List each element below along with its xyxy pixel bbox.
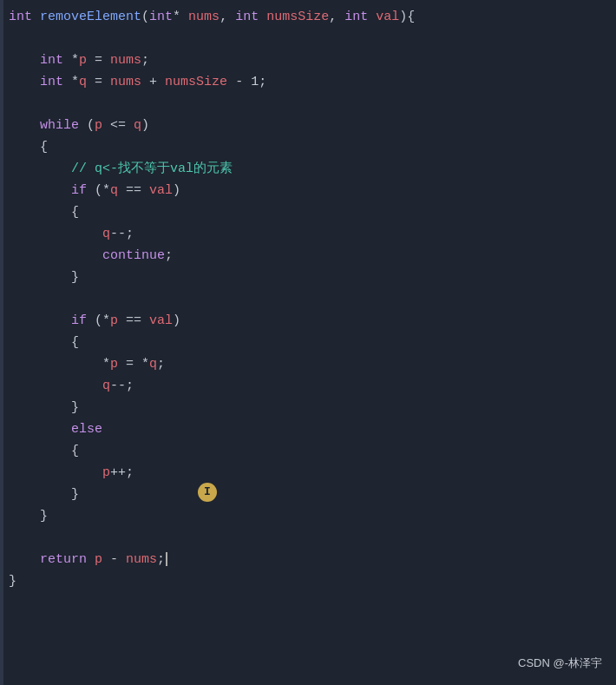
- line-content-6: while (p <= q): [9, 115, 616, 136]
- code-line-19: }: [0, 398, 616, 419]
- code-line-25: [0, 528, 616, 550]
- code-line-27: }: [0, 571, 616, 593]
- code-line-8: // q<-找不等于val的元素: [0, 159, 616, 181]
- code-line-17: *p = *q;: [0, 354, 616, 376]
- line-content-4: int *q = nums + numsSize - 1;: [9, 72, 616, 93]
- line-content-17: *p = *q;: [9, 354, 616, 375]
- line-content-24: }: [9, 506, 616, 527]
- code-line-12: continue;: [0, 246, 616, 267]
- code-line-16: {: [0, 333, 616, 354]
- line-content-5: [9, 94, 616, 115]
- code-line-5: [0, 94, 616, 115]
- line-content-26: return p - nums;: [9, 550, 616, 570]
- code-line-1: int removeElement(int* nums, int numsSiz…: [0, 7, 616, 29]
- line-content-19: }: [9, 398, 616, 418]
- line-content-9: if (*q == val): [9, 181, 616, 201]
- line-content-13: }: [9, 267, 616, 288]
- line-content-12: continue;: [9, 246, 616, 267]
- line-content-8: // q<-找不等于val的元素: [9, 159, 616, 180]
- line-content-3: int *p = nums;: [9, 50, 616, 71]
- code-line-7: {: [0, 137, 616, 159]
- line-content-25: [9, 528, 616, 549]
- code-line-24: }: [0, 506, 616, 528]
- text-cursor-icon: I: [198, 483, 217, 502]
- text-cursor: [166, 552, 167, 566]
- code-line-9: if (*q == val): [0, 181, 616, 202]
- code-line-15: if (*p == val): [0, 311, 616, 333]
- line-content-22: p++;: [9, 463, 616, 484]
- line-content-10: {: [9, 202, 616, 223]
- watermark: CSDN @-林泽宇: [518, 655, 602, 673]
- line-content-7: {: [9, 137, 616, 158]
- code-line-18: q--;: [0, 376, 616, 398]
- code-line-20: else: [0, 419, 616, 441]
- line-content-18: q--;: [9, 376, 616, 397]
- code-line-22: p++;: [0, 463, 616, 484]
- line-content-20: else: [9, 419, 616, 440]
- line-content-21: {: [9, 441, 616, 462]
- code-line-23: }: [0, 484, 616, 506]
- line-content-27: }: [9, 571, 616, 592]
- line-content-14: [9, 289, 616, 310]
- code-line-21: {: [0, 441, 616, 463]
- code-editor: int removeElement(int* nums, int numsSiz…: [0, 0, 616, 685]
- line-content-1: int removeElement(int* nums, int numsSiz…: [9, 7, 616, 28]
- code-line-3: int *p = nums;: [0, 50, 616, 72]
- code-line-2: [0, 29, 616, 50]
- line-content-15: if (*p == val): [9, 311, 616, 332]
- line-content-11: q--;: [9, 224, 616, 245]
- code-line-4: int *q = nums + numsSize - 1;: [0, 72, 616, 94]
- code-line-11: q--;: [0, 224, 616, 246]
- line-content-23: }: [9, 484, 616, 505]
- code-line-10: {: [0, 202, 616, 224]
- line-content-16: {: [9, 333, 616, 353]
- code-line-26: return p - nums;: [0, 550, 616, 571]
- code-line-14: [0, 289, 616, 311]
- line-content-2: [9, 29, 616, 49]
- code-line-6: while (p <= q): [0, 115, 616, 137]
- code-line-13: }: [0, 267, 616, 289]
